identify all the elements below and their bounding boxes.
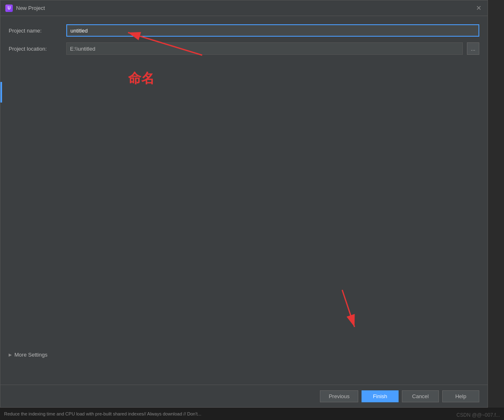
more-settings-label: More Settings: [14, 352, 47, 358]
more-settings[interactable]: ▶ More Settings: [9, 352, 47, 358]
previous-button[interactable]: Previous: [320, 390, 358, 402]
project-name-input[interactable]: [66, 24, 479, 37]
left-accent-bar: [0, 82, 2, 103]
ide-hint-bar: Reduce the indexing time and CPU load wi…: [0, 408, 504, 420]
more-settings-arrow-icon: ▶: [9, 352, 12, 357]
project-location-label: Project location:: [9, 46, 62, 52]
dialog-footer: Previous Finish Cancel Help: [0, 385, 488, 407]
browse-button[interactable]: ...: [467, 42, 479, 55]
project-location-input[interactable]: [66, 42, 463, 55]
hint-text: Reduce the indexing time and CPU load wi…: [4, 411, 201, 416]
close-button[interactable]: ✕: [474, 4, 483, 12]
cancel-button[interactable]: Cancel: [402, 390, 439, 402]
csdn-watermark: CSDN @@~007.f...: [457, 412, 500, 418]
help-button[interactable]: Help: [442, 390, 479, 402]
project-name-label: Project name:: [9, 28, 62, 34]
project-name-row: Project name:: [9, 24, 479, 37]
dialog-content: Project name: Project location: ... 命名 ▶…: [0, 16, 488, 385]
title-bar-left: U New Project: [5, 5, 45, 12]
dialog-title: New Project: [16, 5, 45, 11]
project-location-row: Project location: ...: [9, 42, 479, 55]
title-bar: U New Project ✕: [0, 0, 488, 16]
arrow-to-finish-button: [322, 286, 371, 335]
svg-line-3: [342, 290, 355, 327]
app-icon: U: [5, 5, 13, 12]
annotation-text: 命名: [128, 70, 154, 88]
new-project-dialog: U New Project ✕ Project name: Project lo…: [0, 0, 488, 408]
finish-button[interactable]: Finish: [362, 390, 399, 402]
